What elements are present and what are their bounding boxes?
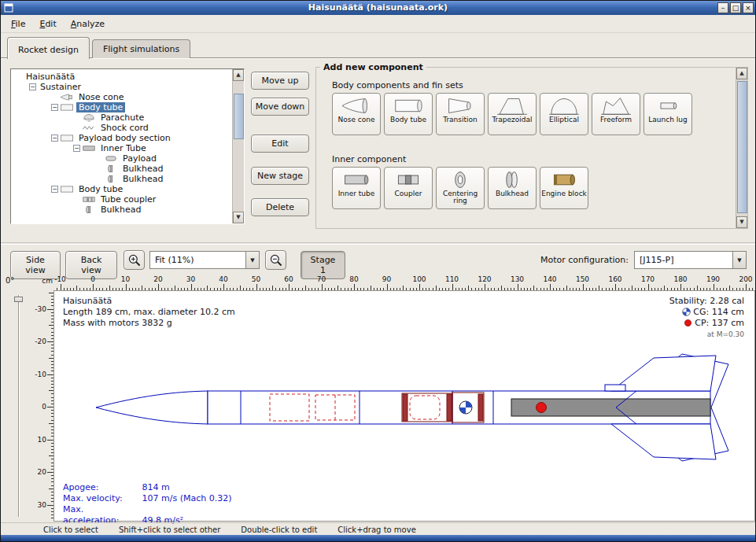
scrollbar-thumb[interactable] — [234, 94, 244, 139]
tree-item[interactable]: − Body tube — [12, 102, 231, 112]
rotation-slider[interactable] — [13, 295, 24, 517]
tree-item[interactable]: − Body tube — [12, 184, 231, 194]
scroll-up-icon[interactable]: ▲ — [233, 69, 244, 81]
menu-item[interactable]: Analyze — [64, 16, 112, 32]
scroll-down-icon[interactable]: ▼ — [233, 212, 244, 223]
fin-lower-shape[interactable] — [611, 424, 716, 459]
menu-item[interactable]: Edit — [32, 16, 63, 32]
zoom-out-button[interactable] — [265, 250, 286, 270]
new-stage-button[interactable]: New stage — [251, 167, 309, 185]
tree-item[interactable]: Bulkhead — [12, 164, 231, 174]
tree-expander-icon[interactable] — [94, 153, 104, 164]
component-button[interactable]: Transition — [436, 93, 485, 135]
ruler-label: 80 — [349, 275, 358, 283]
tab[interactable]: Rocket design — [7, 37, 90, 59]
tree-item[interactable]: − Sustainer — [12, 82, 231, 92]
tree-item[interactable]: Payload — [12, 153, 231, 164]
component-button[interactable]: Elliptical — [540, 93, 588, 135]
close-button[interactable]: × — [743, 2, 754, 13]
tree-item[interactable]: − Inner Tube — [12, 143, 231, 153]
tree-expander-icon[interactable] — [94, 174, 104, 184]
rotation-slider-thumb[interactable] — [14, 297, 23, 302]
bulkhead-shape[interactable] — [447, 394, 452, 421]
component-icon — [494, 95, 530, 116]
component-button[interactable]: Freeform — [592, 93, 640, 135]
delete-button[interactable]: Delete — [251, 198, 309, 216]
nose-cone-shape[interactable] — [96, 391, 208, 424]
ruler-tick — [47, 309, 53, 310]
bulkhead-shape[interactable] — [478, 394, 483, 421]
tab[interactable]: Flight simulations — [92, 39, 190, 58]
component-button[interactable]: Trapezoidal — [488, 93, 537, 135]
tree-expander-icon[interactable]: − — [51, 104, 58, 111]
rocket-figure-canvas[interactable]: HaisunäätäLength 189 cm, max. diameter 1… — [53, 290, 755, 522]
scrollbar-thumb[interactable] — [737, 81, 747, 213]
component-button[interactable]: Centering ring — [436, 167, 485, 209]
tree-item[interactable]: Shock cord — [12, 123, 231, 133]
component-button[interactable]: Body tube — [384, 93, 433, 135]
tree-expander-icon[interactable] — [72, 194, 82, 205]
move-up-button[interactable]: Move up — [251, 72, 309, 90]
ruler-tick — [680, 284, 681, 290]
tree-expander-icon[interactable] — [50, 92, 60, 102]
status-hint: Shift+click to select other — [119, 525, 220, 534]
launch-lug-shape[interactable] — [605, 385, 625, 391]
menu-item[interactable]: File — [4, 16, 32, 32]
component-button[interactable]: Bulkhead — [488, 167, 537, 209]
add-panel-scrollbar[interactable]: ▲ ▼ — [736, 68, 747, 228]
cg-marker — [459, 401, 472, 414]
zoom-level-select[interactable]: Fit (11%) ▼ — [149, 251, 260, 269]
tree-item[interactable]: Parachute — [12, 112, 231, 123]
tree-item[interactable]: Bulkhead — [12, 205, 231, 215]
tree-item[interactable]: Nose cone — [12, 92, 231, 102]
pane-splitter[interactable] — [1, 242, 755, 245]
scrollbar-track[interactable] — [233, 81, 244, 212]
edit-button[interactable]: Edit — [251, 135, 309, 153]
tree-item[interactable]: Bulkhead — [12, 174, 231, 184]
scroll-down-icon[interactable]: ▼ — [736, 216, 747, 228]
component-button[interactable]: Nose cone — [332, 93, 381, 135]
tree-expander-icon[interactable] — [72, 123, 82, 133]
component-button[interactable]: Engine block — [540, 167, 588, 209]
ruler-label: -20 — [35, 337, 46, 345]
component-button[interactable]: Coupler — [384, 167, 433, 209]
scroll-up-icon[interactable]: ▲ — [736, 68, 747, 79]
ruler-tick — [223, 284, 224, 290]
maximize-button[interactable]: □ — [730, 2, 741, 13]
component-label: Body tube — [390, 116, 426, 124]
tree-expander-icon[interactable]: − — [51, 186, 58, 193]
scrollbar-track[interactable] — [736, 79, 747, 216]
minimize-button[interactable]: – — [717, 2, 728, 13]
motor-configuration-select[interactable]: [J115-P] ▼ — [634, 251, 747, 269]
tree-expander-icon[interactable]: − — [73, 145, 80, 152]
component-button[interactable]: In­ner tube — [332, 167, 381, 209]
ruler-tick — [354, 284, 355, 290]
tree-indent — [12, 138, 50, 138]
chevron-down-icon[interactable]: ▼ — [732, 252, 746, 268]
tree-expander-icon[interactable] — [94, 164, 104, 174]
tree-item[interactable]: − Payload body section — [12, 133, 231, 143]
rotation-slider-track[interactable] — [18, 295, 20, 517]
fin-upper-shape[interactable] — [611, 356, 716, 391]
tree-expander-icon[interactable]: − — [29, 83, 36, 90]
zoom-in-button[interactable] — [124, 250, 145, 270]
zoom-level-value: Fit (11%) — [150, 252, 245, 268]
bulkhead-shape[interactable] — [403, 394, 408, 421]
stability-info: Stability: 2.28 cal CG: 114 cm CP: 137 c… — [669, 296, 744, 340]
tree-scrollbar[interactable]: ▲ ▼ — [232, 69, 244, 223]
component-icon — [390, 95, 426, 116]
tree-expander-icon[interactable] — [13, 72, 24, 82]
chevron-down-icon[interactable]: ▼ — [245, 252, 259, 268]
tree-item[interactable]: Tube coupler — [12, 194, 231, 205]
tree-item-label: Body tube — [76, 184, 125, 194]
tree-expander-icon[interactable]: − — [51, 135, 58, 142]
tree-item-icon — [60, 134, 74, 142]
component-button[interactable]: Launch lug — [644, 93, 692, 135]
move-down-button[interactable]: Move down — [251, 98, 309, 116]
ruler-label: 130 — [511, 275, 524, 283]
tree-expander-icon[interactable] — [72, 205, 82, 215]
tree-item-label: Bulkhead — [98, 205, 143, 215]
tree-expander-icon[interactable] — [72, 112, 82, 123]
tree-item[interactable]: Haisunäätä — [12, 72, 231, 82]
titlebar[interactable]: Haisunäätä (haisunaata.ork) – □ × — [1, 1, 755, 15]
